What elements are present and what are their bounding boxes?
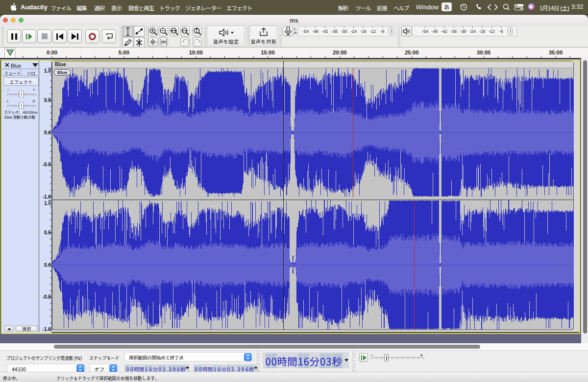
svg-text:10:00: 10:00 (189, 50, 203, 55)
svg-text:1.0: 1.0 (44, 68, 51, 74)
svg-text:0:00: 0:00 (47, 50, 57, 55)
svg-text:-12: -12 (489, 29, 495, 34)
svg-text:0.0: 0.0 (44, 130, 51, 135)
svg-text:0.5: 0.5 (44, 98, 51, 103)
svg-text:25:00: 25:00 (405, 50, 418, 55)
svg-text:-6: -6 (499, 29, 503, 34)
svg-text:-42: -42 (441, 29, 447, 34)
svg-text:-0.5: -0.5 (43, 162, 51, 167)
svg-text:5:00: 5:00 (119, 50, 129, 55)
svg-text:-1.0: -1.0 (43, 327, 51, 332)
svg-text:15:00: 15:00 (261, 50, 274, 55)
svg-text:-30: -30 (460, 29, 466, 34)
svg-text:35:00: 35:00 (549, 50, 563, 55)
svg-text:1.0: 1.0 (44, 201, 51, 206)
svg-text:-24: -24 (469, 29, 476, 34)
svg-text:30:00: 30:00 (477, 50, 490, 55)
svg-text:20:00: 20:00 (333, 50, 346, 55)
svg-text:-48: -48 (432, 29, 438, 34)
svg-text:0.5: 0.5 (44, 230, 51, 235)
svg-text:-0.5: -0.5 (43, 294, 51, 300)
svg-text:-18: -18 (479, 29, 486, 34)
svg-text:-36: -36 (450, 29, 457, 34)
svg-text:-54: -54 (422, 29, 428, 34)
svg-text:-1.0: -1.0 (43, 194, 51, 200)
svg-text:0.0: 0.0 (44, 262, 51, 268)
